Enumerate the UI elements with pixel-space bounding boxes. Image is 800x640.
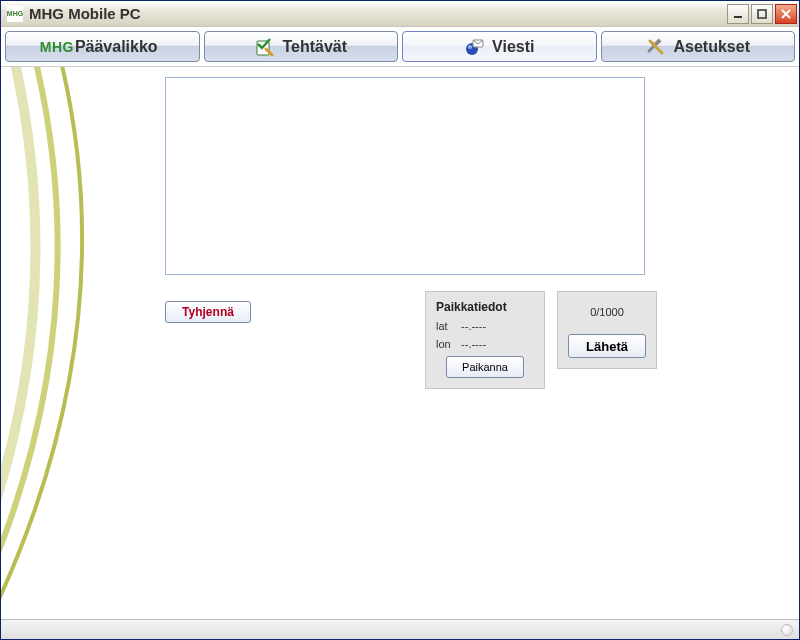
location-panel: Paikkatiedot lat --.---- lon --.---- Pai… bbox=[425, 291, 545, 389]
minimize-icon bbox=[733, 9, 743, 19]
lat-row: lat --.---- bbox=[436, 320, 534, 332]
tasks-icon bbox=[254, 37, 274, 57]
client-area: Tyhjennä Paikkatiedot lat --.---- lon --… bbox=[1, 67, 799, 619]
tab-settings[interactable]: Asetukset bbox=[601, 31, 796, 62]
tab-tasks[interactable]: Tehtävät bbox=[204, 31, 399, 62]
mhg-logo-icon: MHG bbox=[47, 37, 67, 57]
window-title: MHG Mobile PC bbox=[29, 5, 727, 22]
locate-button[interactable]: Paikanna bbox=[446, 356, 524, 378]
tab-label: Tehtävät bbox=[282, 38, 347, 56]
tab-label: Päävalikko bbox=[75, 38, 158, 56]
location-header: Paikkatiedot bbox=[436, 300, 534, 314]
window-controls bbox=[727, 4, 797, 24]
lat-value: --.---- bbox=[461, 320, 486, 332]
lat-label: lat bbox=[436, 320, 458, 332]
settings-icon bbox=[646, 37, 666, 57]
close-icon bbox=[781, 9, 791, 19]
app-window: MHG MHG Mobile PC MHG Päävalikko bbox=[0, 0, 800, 640]
close-button[interactable] bbox=[775, 4, 797, 24]
tab-label: Asetukset bbox=[674, 38, 750, 56]
lon-label: lon bbox=[436, 338, 458, 350]
send-button[interactable]: Lähetä bbox=[568, 334, 646, 358]
decorative-curve bbox=[1, 67, 171, 619]
minimize-button[interactable] bbox=[727, 4, 749, 24]
lon-row: lon --.---- bbox=[436, 338, 534, 350]
message-icon bbox=[464, 37, 484, 57]
app-icon: MHG bbox=[7, 6, 23, 22]
status-bar bbox=[1, 619, 799, 639]
svg-point-6 bbox=[468, 45, 472, 49]
lon-value: --.---- bbox=[461, 338, 486, 350]
tab-main-menu[interactable]: MHG Päävalikko bbox=[5, 31, 200, 62]
clear-button[interactable]: Tyhjennä bbox=[165, 301, 251, 323]
status-indicator-icon bbox=[781, 624, 793, 636]
svg-rect-1 bbox=[758, 10, 766, 18]
svg-rect-0 bbox=[734, 16, 742, 18]
tab-label: Viesti bbox=[492, 38, 534, 56]
char-counter: 0/1000 bbox=[568, 306, 646, 318]
maximize-button[interactable] bbox=[751, 4, 773, 24]
send-panel: 0/1000 Lähetä bbox=[557, 291, 657, 369]
message-textarea[interactable] bbox=[165, 77, 645, 275]
maximize-icon bbox=[757, 9, 767, 19]
main-toolbar: MHG Päävalikko Tehtävät bbox=[1, 27, 799, 67]
tab-message[interactable]: Viesti bbox=[402, 31, 597, 62]
titlebar: MHG MHG Mobile PC bbox=[1, 1, 799, 27]
